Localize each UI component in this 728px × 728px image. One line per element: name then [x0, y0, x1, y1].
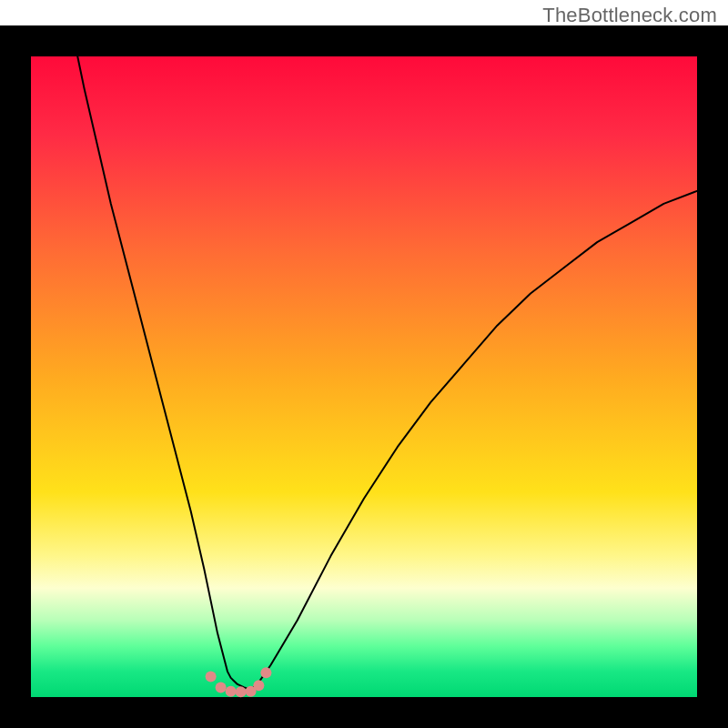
- bottleneck-chart: [0, 0, 728, 728]
- bottom-marker: [260, 667, 271, 678]
- svg-rect-1: [31, 56, 697, 697]
- bottom-marker: [216, 682, 227, 693]
- bottom-marker: [236, 686, 247, 697]
- bottom-marker: [253, 680, 264, 691]
- bottom-marker: [206, 671, 217, 682]
- watermark-text: TheBottleneck.com: [542, 4, 717, 27]
- bottom-marker: [226, 686, 237, 697]
- chart-stage: TheBottleneck.com: [0, 0, 728, 728]
